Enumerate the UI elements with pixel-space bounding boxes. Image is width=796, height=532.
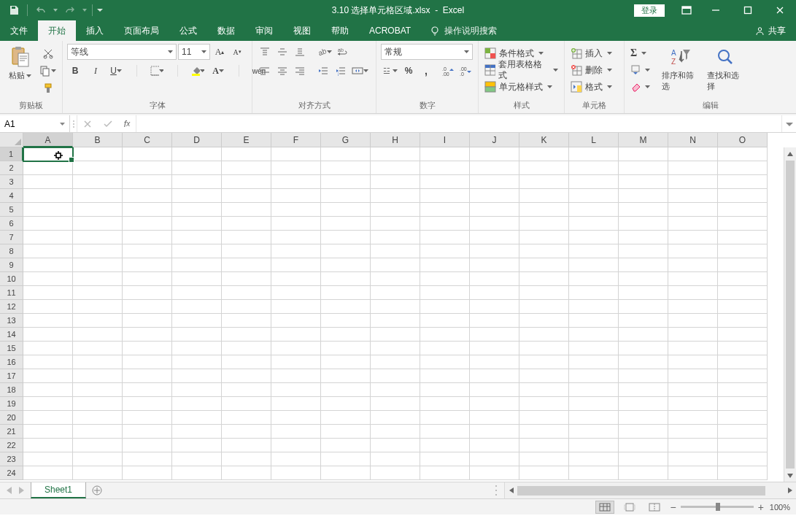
cell[interactable] — [73, 439, 123, 452]
cell[interactable] — [718, 286, 768, 300]
cell[interactable] — [73, 175, 123, 189]
cell[interactable] — [172, 369, 222, 383]
cell[interactable] — [172, 161, 222, 175]
cell[interactable] — [73, 189, 123, 203]
cell[interactable] — [222, 397, 271, 411]
cell[interactable] — [23, 175, 73, 189]
cell[interactable] — [371, 286, 420, 300]
cell[interactable] — [123, 383, 172, 397]
insert-function-button[interactable]: fx — [118, 119, 136, 129]
cell[interactable] — [222, 175, 271, 189]
format-painter-button[interactable] — [38, 80, 58, 96]
cell[interactable] — [172, 300, 222, 314]
cell[interactable] — [718, 189, 768, 203]
cell[interactable] — [619, 369, 668, 383]
splitter-handle[interactable] — [495, 485, 500, 496]
cell[interactable] — [321, 258, 371, 272]
cell[interactable] — [123, 231, 172, 244]
cell[interactable] — [73, 217, 123, 231]
column-header[interactable]: E — [222, 133, 271, 147]
enter-formula-button[interactable] — [98, 120, 118, 128]
cell[interactable] — [123, 300, 172, 314]
cell[interactable] — [23, 439, 73, 452]
cell[interactable] — [172, 231, 222, 244]
new-sheet-button[interactable] — [86, 482, 108, 498]
cell[interactable] — [519, 286, 569, 300]
cell[interactable] — [718, 300, 768, 314]
column-header[interactable]: C — [123, 133, 172, 147]
row-header[interactable]: 24 — [0, 466, 23, 480]
cell[interactable] — [718, 258, 768, 272]
row-header[interactable]: 14 — [0, 328, 23, 342]
cell[interactable] — [123, 466, 172, 480]
cell[interactable] — [519, 314, 569, 328]
cell[interactable] — [420, 189, 470, 203]
sheet-tab[interactable]: Sheet1 — [31, 482, 86, 498]
cell[interactable] — [321, 439, 371, 452]
scroll-thumb[interactable] — [786, 161, 795, 469]
cell[interactable] — [668, 369, 718, 383]
cell[interactable] — [420, 217, 470, 231]
cell[interactable] — [23, 231, 73, 244]
cell[interactable] — [123, 314, 172, 328]
cell[interactable] — [73, 411, 123, 425]
cell[interactable] — [222, 439, 271, 452]
cell[interactable] — [668, 231, 718, 244]
increase-decimal-button[interactable]: .0.00 — [440, 63, 456, 79]
cell[interactable] — [718, 175, 768, 189]
increase-font-button[interactable]: A▴ — [212, 44, 228, 60]
zoom-level[interactable]: 100% — [770, 503, 790, 512]
cell[interactable] — [222, 314, 271, 328]
tab-page-layout[interactable]: 页面布局 — [114, 20, 169, 41]
cell[interactable] — [371, 203, 420, 217]
login-button[interactable]: 登录 — [634, 4, 665, 17]
cell[interactable] — [123, 397, 172, 411]
cell[interactable] — [73, 425, 123, 439]
cell[interactable] — [73, 328, 123, 342]
row-header[interactable]: 19 — [0, 397, 23, 411]
cell[interactable] — [371, 161, 420, 175]
cell[interactable] — [172, 272, 222, 286]
cell[interactable] — [23, 369, 73, 383]
column-header[interactable]: D — [172, 133, 222, 147]
cell[interactable] — [519, 439, 569, 452]
cell[interactable] — [619, 452, 668, 466]
cell[interactable] — [569, 383, 619, 397]
delete-cells-button[interactable]: 删除 — [569, 62, 614, 78]
row-header[interactable]: 10 — [0, 272, 23, 286]
cell[interactable] — [718, 203, 768, 217]
cell[interactable] — [718, 231, 768, 244]
borders-button[interactable] — [149, 63, 165, 79]
row-header[interactable]: 22 — [0, 439, 23, 452]
cell[interactable] — [371, 439, 420, 452]
row-header[interactable]: 7 — [0, 231, 23, 244]
cell[interactable] — [321, 189, 371, 203]
cell[interactable] — [519, 147, 569, 161]
cell[interactable] — [222, 425, 271, 439]
cell[interactable] — [73, 244, 123, 258]
cell[interactable] — [23, 217, 73, 231]
row-header[interactable]: 8 — [0, 244, 23, 258]
row-header[interactable]: 18 — [0, 383, 23, 397]
underline-button[interactable]: U — [108, 63, 124, 79]
cell[interactable] — [321, 272, 371, 286]
cell[interactable] — [222, 217, 271, 231]
column-header[interactable]: B — [73, 133, 123, 147]
cell[interactable] — [420, 452, 470, 466]
cell[interactable] — [73, 286, 123, 300]
cell[interactable] — [619, 300, 668, 314]
cell[interactable] — [271, 439, 321, 452]
cell[interactable] — [420, 161, 470, 175]
cell[interactable] — [470, 466, 519, 480]
row-header[interactable]: 12 — [0, 300, 23, 314]
cut-button[interactable] — [38, 45, 58, 61]
cell[interactable] — [668, 175, 718, 189]
cell[interactable] — [668, 383, 718, 397]
cell[interactable] — [123, 369, 172, 383]
cell[interactable] — [519, 300, 569, 314]
comma-button[interactable]: , — [418, 63, 434, 79]
cell[interactable] — [619, 272, 668, 286]
cell[interactable] — [420, 439, 470, 452]
row-header[interactable]: 11 — [0, 286, 23, 300]
cell[interactable] — [321, 314, 371, 328]
